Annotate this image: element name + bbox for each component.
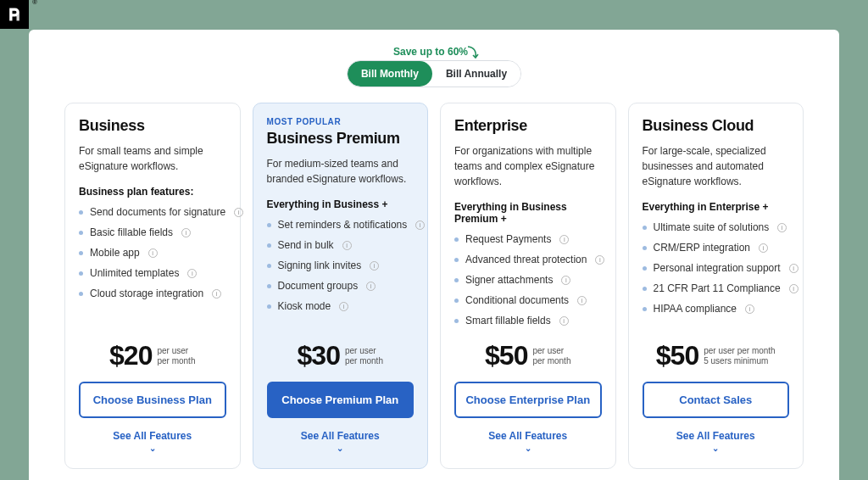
toggle-monthly[interactable]: Bill Monthly: [348, 61, 432, 87]
feature-text: Signer attachments: [465, 274, 553, 286]
plan-business: Business For small teams and simple eSig…: [64, 103, 241, 469]
feature-text: Cloud storage integration: [90, 287, 203, 299]
see-all-features-link[interactable]: See All Features ⌄: [267, 430, 415, 453]
feature-item: Basic fillable fieldsi: [79, 226, 226, 238]
info-icon[interactable]: i: [559, 235, 569, 244]
bullet-icon: [79, 251, 83, 255]
info-icon[interactable]: i: [187, 269, 197, 278]
feature-item: Conditional documentsi: [454, 294, 602, 306]
choose-enterprise-button[interactable]: Choose Enterprise Plan: [454, 382, 602, 418]
feature-item: Document groupsi: [267, 280, 415, 292]
choose-premium-button[interactable]: Choose Premium Plan: [267, 382, 415, 418]
feature-item: HIPAA compliancei: [643, 303, 790, 315]
bullet-icon: [267, 223, 271, 227]
feature-text: Personal integration support: [654, 262, 781, 274]
plan-title: Enterprise: [454, 117, 602, 135]
feature-item: Advanced threat protectioni: [454, 254, 602, 265]
feature-list: Ultimate suite of solutionsi CRM/ERP int…: [643, 221, 790, 315]
feature-text: Signing link invites: [278, 260, 362, 271]
feature-text: Unlimited templates: [90, 267, 179, 279]
plan-feature-heading: Everything in Business +: [267, 198, 415, 210]
see-all-label: See All Features: [301, 430, 380, 442]
info-icon[interactable]: i: [789, 264, 798, 273]
info-icon[interactable]: i: [595, 255, 604, 265]
plan-business-premium: MOST POPULAR Business Premium For medium…: [253, 103, 429, 469]
feature-item: Smart fillable fieldsi: [454, 315, 602, 327]
info-icon[interactable]: i: [181, 228, 191, 237]
choose-business-button[interactable]: Choose Business Plan: [79, 382, 226, 418]
per-line: per user: [157, 346, 188, 355]
chevron-down-icon: ⌄: [267, 444, 415, 453]
toggle-annually[interactable]: Bill Annually: [432, 61, 520, 87]
info-icon[interactable]: i: [212, 289, 221, 299]
feature-list: Send documents for signaturei Basic fill…: [79, 206, 226, 299]
feature-item: Signing link invitesi: [267, 260, 415, 271]
arrow-curve-icon: [466, 45, 480, 60]
info-icon[interactable]: i: [777, 223, 787, 232]
info-icon[interactable]: i: [370, 261, 379, 271]
info-icon[interactable]: i: [234, 208, 243, 217]
contact-sales-button[interactable]: Contact Sales: [643, 382, 790, 418]
feature-text: Send in bulk: [278, 239, 334, 251]
info-icon[interactable]: i: [415, 220, 425, 230]
feature-text: Conditional documents: [465, 294, 569, 306]
bullet-icon: [454, 319, 459, 323]
plan-per: per userper month: [532, 346, 570, 366]
see-all-features-link[interactable]: See All Features ⌄: [454, 430, 602, 453]
plan-description: For organizations with multiple teams an…: [454, 143, 602, 189]
see-all-features-link[interactable]: See All Features ⌄: [643, 430, 790, 453]
info-icon[interactable]: i: [339, 302, 348, 311]
bullet-icon: [643, 246, 647, 250]
plan-price: $20: [109, 340, 152, 371]
plan-feature-heading: Everything in Enterprise +: [643, 201, 790, 213]
feature-item: 21 CFR Part 11 Compliancei: [643, 282, 790, 294]
price-row: $50 per userper month: [454, 340, 602, 371]
info-icon[interactable]: i: [577, 296, 587, 305]
feature-text: Mobile app: [90, 247, 140, 259]
bullet-icon: [79, 271, 83, 276]
price-row: $50 per user per month5 users minimum: [643, 340, 790, 371]
feature-list: Set reminders & notificationsi Send in b…: [267, 219, 415, 312]
info-icon[interactable]: i: [342, 241, 352, 250]
per-line: per user per month: [704, 346, 776, 355]
see-all-features-link[interactable]: See All Features ⌄: [79, 430, 226, 453]
bullet-icon: [454, 258, 459, 262]
info-icon[interactable]: i: [148, 248, 158, 258]
bullet-icon: [267, 243, 271, 248]
info-icon[interactable]: i: [745, 304, 754, 314]
plan-title: Business Cloud: [643, 117, 790, 135]
feature-item: Signer attachmentsi: [454, 274, 602, 286]
feature-item: Send documents for signaturei: [79, 206, 226, 218]
feature-item: Kiosk modei: [267, 300, 415, 312]
plan-per: per user per month5 users minimum: [704, 346, 776, 366]
plan-enterprise: Enterprise For organizations with multip…: [440, 103, 616, 469]
info-icon[interactable]: i: [366, 282, 376, 291]
bullet-icon: [643, 226, 647, 230]
bullet-icon: [454, 299, 459, 303]
info-icon[interactable]: i: [561, 276, 570, 285]
pd-logo-icon: [6, 6, 23, 23]
see-all-label: See All Features: [488, 430, 567, 442]
save-promo-text: Save up to 60%: [393, 46, 468, 58]
billing-toggle: Bill Monthly Bill Annually: [347, 60, 521, 87]
see-all-label: See All Features: [676, 430, 755, 442]
feature-text: Basic fillable fields: [90, 226, 173, 238]
per-line: 5 users minimum: [704, 356, 768, 366]
plan-per: per userper month: [345, 346, 383, 366]
feature-text: Set reminders & notifications: [278, 219, 408, 231]
bullet-icon: [79, 231, 83, 235]
per-line: per month: [532, 356, 570, 366]
feature-text: 21 CFR Part 11 Compliance: [654, 282, 781, 294]
feature-text: HIPAA compliance: [654, 303, 737, 315]
feature-item: Send in bulki: [267, 239, 415, 251]
feature-text: Send documents for signature: [90, 206, 225, 218]
info-icon[interactable]: i: [759, 243, 768, 253]
plan-business-cloud: Business Cloud For large-scale, speciali…: [628, 103, 804, 469]
plan-per: per userper month: [157, 346, 195, 366]
feature-text: Smart fillable fields: [465, 315, 551, 327]
feature-text: CRM/ERP integration: [654, 242, 751, 254]
bullet-icon: [454, 237, 459, 242]
info-icon[interactable]: i: [559, 316, 569, 326]
info-icon[interactable]: i: [789, 284, 798, 293]
chevron-down-icon: ⌄: [454, 444, 602, 453]
